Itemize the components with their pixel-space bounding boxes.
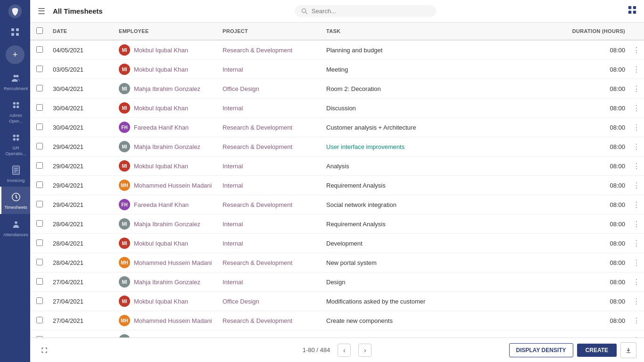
project-link[interactable]: Office Design bbox=[223, 298, 259, 305]
create-button[interactable]: CREATE bbox=[577, 344, 617, 357]
row-checkbox[interactable] bbox=[36, 297, 43, 304]
employee-link[interactable]: Mohammed Hussein Madani bbox=[134, 259, 212, 266]
project-link[interactable]: Research & Development bbox=[223, 259, 292, 266]
project-link[interactable]: Internal bbox=[223, 105, 243, 112]
employee-link[interactable]: Mokbul Iqubal Khan bbox=[134, 66, 188, 73]
project-link[interactable]: Research & Development bbox=[223, 201, 292, 208]
row-actions-menu[interactable]: ⋮ bbox=[633, 239, 640, 247]
project-link[interactable]: Internal bbox=[223, 182, 243, 189]
employee-link[interactable]: Mahja Ibrahim Gonzalez bbox=[134, 279, 200, 286]
cell-project: Research & Development bbox=[219, 137, 322, 156]
employee-link[interactable]: Mokbul Iqubal Khan bbox=[134, 47, 188, 54]
employee-link[interactable]: Fareeda Hanif Khan bbox=[134, 201, 189, 208]
svg-point-10 bbox=[16, 106, 18, 108]
task-link[interactable]: User interface improvements bbox=[326, 143, 405, 150]
row-actions-menu[interactable]: ⋮ bbox=[633, 317, 640, 325]
cell-actions: ⋮ bbox=[629, 99, 644, 118]
row-checkbox[interactable] bbox=[36, 104, 43, 111]
row-checkbox[interactable] bbox=[36, 123, 43, 130]
row-actions-menu[interactable]: ⋮ bbox=[633, 66, 640, 74]
col-header-duration[interactable]: DURATION (HOURS) bbox=[553, 23, 629, 40]
employee-link[interactable]: Mohammed Hussein Madani bbox=[134, 182, 212, 189]
project-link[interactable]: Research & Development bbox=[223, 47, 292, 54]
col-header-project[interactable]: PROJECT bbox=[219, 23, 322, 40]
search-input[interactable] bbox=[312, 8, 406, 15]
sidebar-item-admin-oper[interactable]: Admin Oper... bbox=[0, 95, 30, 127]
table-row: 04/05/2021 MI Mokbul Iqubal Khan Researc… bbox=[30, 40, 644, 60]
row-actions-menu[interactable]: ⋮ bbox=[633, 181, 640, 189]
pagination-prev-button[interactable]: ‹ bbox=[338, 344, 351, 357]
employee-link[interactable]: Mokbul Iqubal Khan bbox=[134, 240, 188, 247]
cell-employee: FH Fareeda Hanif Khan bbox=[115, 195, 219, 214]
employee-link[interactable]: Mahja Ibrahim Gonzalez bbox=[134, 85, 200, 92]
row-checkbox[interactable] bbox=[36, 201, 43, 207]
row-actions-menu[interactable]: ⋮ bbox=[633, 220, 640, 228]
employee-link[interactable]: Mohammed Hussein Madani bbox=[134, 317, 212, 324]
project-link[interactable]: Office Design bbox=[223, 85, 259, 92]
cell-actions: ⋮ bbox=[629, 118, 644, 137]
cell-duration: 08:00 bbox=[553, 195, 629, 214]
project-link[interactable]: Research & Development bbox=[223, 317, 292, 324]
row-checkbox[interactable] bbox=[36, 46, 43, 53]
row-actions-menu[interactable]: ⋮ bbox=[633, 201, 640, 209]
project-link[interactable]: Research & Development bbox=[223, 143, 292, 150]
row-actions-menu[interactable]: ⋮ bbox=[633, 162, 640, 170]
employee-link[interactable]: Mokbul Iqubal Khan bbox=[134, 105, 188, 112]
row-checkbox[interactable] bbox=[36, 66, 43, 72]
project-link[interactable]: Internal bbox=[223, 221, 243, 228]
sidebar-logo[interactable] bbox=[0, 0, 30, 23]
row-actions-menu[interactable]: ⋮ bbox=[633, 46, 640, 54]
row-checkbox[interactable] bbox=[36, 162, 43, 169]
row-checkbox[interactable] bbox=[36, 85, 43, 91]
project-link[interactable]: Internal bbox=[223, 163, 243, 170]
display-density-button[interactable]: DISPLAY DENSITY bbox=[509, 343, 573, 357]
row-actions-menu[interactable]: ⋮ bbox=[633, 143, 640, 151]
sidebar-item-timesheets[interactable]: Timesheets bbox=[0, 187, 30, 214]
menu-icon[interactable]: ☰ bbox=[38, 6, 45, 16]
row-actions-menu[interactable]: ⋮ bbox=[633, 85, 640, 93]
row-checkbox[interactable] bbox=[36, 181, 43, 188]
row-actions-menu[interactable]: ⋮ bbox=[633, 278, 640, 286]
row-actions-menu[interactable]: ⋮ bbox=[633, 104, 640, 112]
project-link[interactable]: Internal bbox=[223, 66, 243, 73]
project-link[interactable]: Research & Development bbox=[223, 124, 292, 131]
row-checkbox[interactable] bbox=[36, 220, 43, 227]
cell-project: Internal bbox=[219, 272, 322, 292]
sidebar-item-invoicing[interactable]: Invoicing bbox=[0, 160, 30, 187]
row-checkbox[interactable] bbox=[36, 278, 43, 285]
employee-link[interactable]: Mokbul Iqubal Khan bbox=[134, 163, 188, 170]
avatar: FH bbox=[119, 122, 130, 133]
row-actions-menu[interactable]: ⋮ bbox=[633, 123, 640, 132]
sidebar-item-attendances[interactable]: Attendances bbox=[0, 214, 30, 241]
employee-link[interactable]: Mahja Ibrahim Gonzalez bbox=[134, 143, 200, 150]
add-button[interactable]: + bbox=[6, 45, 25, 64]
grid-view-icon[interactable] bbox=[628, 6, 636, 16]
sidebar-item-gr-operatio[interactable]: GR Operatio... bbox=[0, 127, 30, 160]
select-all-checkbox[interactable] bbox=[36, 27, 43, 34]
project-link[interactable]: Internal bbox=[223, 279, 243, 286]
download-button[interactable] bbox=[620, 342, 636, 358]
sidebar-item-recruitment[interactable]: Recruitment bbox=[0, 68, 30, 95]
cell-project: Research & Development bbox=[219, 253, 322, 272]
col-header-task[interactable]: TASK bbox=[322, 23, 553, 40]
apps-grid-icon[interactable] bbox=[0, 23, 30, 41]
employee-link[interactable]: Mahja Ibrahim Gonzalez bbox=[134, 221, 200, 228]
row-actions-menu[interactable]: ⋮ bbox=[633, 297, 640, 305]
col-header-employee[interactable]: EMPLOYEE bbox=[115, 23, 219, 40]
col-header-date[interactable]: DATE bbox=[49, 23, 115, 40]
fullscreen-button[interactable] bbox=[38, 344, 51, 357]
cell-task: Social network integration bbox=[322, 195, 553, 214]
employee-link[interactable]: Fareeda Hanif Khan bbox=[134, 124, 189, 131]
row-checkbox[interactable] bbox=[36, 143, 43, 149]
row-actions-menu[interactable]: ⋮ bbox=[633, 259, 640, 267]
avatar: MH bbox=[119, 180, 130, 191]
row-checkbox[interactable] bbox=[36, 239, 43, 246]
timesheets-table: DATE EMPLOYEE PROJECT TASK DURATION (HOU… bbox=[30, 23, 644, 337]
employee-link[interactable]: Mokbul Iqubal Khan bbox=[134, 298, 188, 305]
sidebar-item-timesheets-label: Timesheets bbox=[4, 205, 27, 210]
svg-point-14 bbox=[16, 138, 18, 141]
project-link[interactable]: Internal bbox=[223, 240, 243, 247]
row-checkbox[interactable] bbox=[36, 259, 43, 265]
row-checkbox[interactable] bbox=[36, 317, 43, 323]
pagination-next-button[interactable]: › bbox=[358, 344, 372, 357]
